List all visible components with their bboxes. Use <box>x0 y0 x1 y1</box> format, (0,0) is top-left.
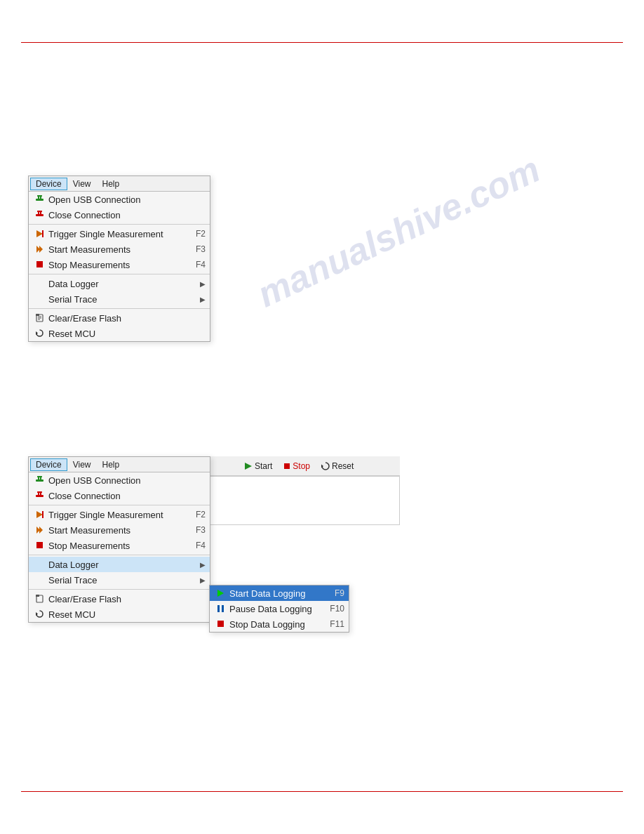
serial-trace-arrow: ▶ <box>200 296 206 303</box>
serial-trace-arrow-2: ▶ <box>200 576 206 584</box>
close-conn-label-2: Close Connection <box>47 491 206 501</box>
menu-item-reset-mcu[interactable]: Reset MCU <box>29 326 210 341</box>
svg-rect-0 <box>36 199 43 201</box>
stop-red-icon-2 <box>32 541 47 550</box>
sep-1 <box>29 224 210 225</box>
trigger-label: Trigger Single Measurement <box>47 229 189 239</box>
close-conn-label: Close Connection <box>47 210 206 220</box>
svg-rect-28 <box>39 476 42 477</box>
svg-rect-24 <box>36 479 43 482</box>
trigger-label-2: Trigger Single Measurement <box>47 510 189 520</box>
svg-rect-33 <box>39 491 42 493</box>
toolbar-reset-label: Reset <box>332 461 354 471</box>
menu-item-close-conn[interactable]: Close Connection <box>29 207 210 223</box>
menu-item-data-logger-2[interactable]: Data Logger ▶ <box>29 557 210 572</box>
sep-2-2 <box>29 555 210 555</box>
menu-item-data-logger[interactable]: Data Logger ▶ <box>29 276 210 291</box>
submenu-start-logging[interactable]: Start Data Logging F9 <box>210 585 349 601</box>
svg-rect-29 <box>36 495 43 497</box>
menu-bar-help-2[interactable]: Help <box>96 458 125 471</box>
sep-2-1 <box>29 505 210 505</box>
menu-item-reset-mcu-2[interactable]: Reset MCU <box>29 607 210 622</box>
svg-rect-5 <box>36 214 43 216</box>
svg-rect-11 <box>42 230 43 237</box>
menu-item-trigger[interactable]: Trigger Single Measurement F2 <box>29 226 210 241</box>
start-shortcut-2: F3 <box>196 525 206 535</box>
reset-mcu-icon-2 <box>32 609 47 619</box>
data-logger-arrow: ▶ <box>200 280 206 288</box>
stop-shortcut-2: F4 <box>196 541 206 550</box>
submenu-stop-logging[interactable]: Stop Data Logging F11 <box>210 616 349 632</box>
reset-mcu-label: Reset MCU <box>47 329 206 339</box>
svg-rect-22 <box>284 463 290 469</box>
svg-rect-14 <box>36 261 43 267</box>
menu-bar-help[interactable]: Help <box>96 178 125 190</box>
bottom-rule <box>21 791 623 792</box>
menu-bar-device[interactable]: Device <box>30 178 67 190</box>
serial-trace-label: Serial Trace <box>47 294 197 305</box>
pause-icon <box>213 604 228 614</box>
svg-rect-38 <box>36 542 43 548</box>
clear-flash-icon <box>32 313 47 323</box>
serial-trace-label-2: Serial Trace <box>47 575 197 585</box>
data-logger-arrow-2: ▶ <box>200 561 206 569</box>
toolbar-stop-btn[interactable]: Stop <box>281 461 313 472</box>
svg-rect-9 <box>39 211 42 212</box>
menu-item-stop-2[interactable]: Stop Measurements F4 <box>29 538 210 553</box>
watermark: manualshive.com <box>251 148 546 316</box>
menu-item-clear-flash-2[interactable]: Clear/Erase Flash <box>29 591 210 607</box>
sep-2 <box>29 274 210 274</box>
menu-panel-1: Device View Help Open USB Connection <box>28 176 210 342</box>
menu-bar-device-2[interactable]: Device <box>30 458 67 471</box>
stop-logging-label: Stop Data Logging <box>228 619 323 630</box>
screenshot-2: Start Stop Reset ad Error) @ 0.000000 se… <box>28 456 400 525</box>
toolbar-start-btn[interactable]: Start <box>241 461 275 472</box>
menu-item-close-conn-2[interactable]: Close Connection <box>29 488 210 503</box>
open-usb-label-2: Open USB Connection <box>47 475 206 486</box>
start-shortcut: F3 <box>196 244 206 254</box>
submenu-pause-logging[interactable]: Pause Data Logging F10 <box>210 601 349 616</box>
menu-bar-view[interactable]: View <box>67 178 97 190</box>
reset-mcu-icon <box>32 329 47 338</box>
reset-mcu-label-2: Reset MCU <box>47 609 206 620</box>
menu-item-stop[interactable]: Stop Measurements F4 <box>29 257 210 272</box>
svg-marker-10 <box>36 230 43 237</box>
pause-logging-shortcut: F10 <box>330 604 344 614</box>
menu-item-clear-flash[interactable]: Clear/Erase Flash <box>29 310 210 326</box>
menu-item-trigger-2[interactable]: Trigger Single Measurement F2 <box>29 507 210 522</box>
toolbar-reset-btn[interactable]: Reset <box>318 461 356 472</box>
menu-item-start-2[interactable]: Start Measurements F3 <box>29 522 210 538</box>
menu-bar-view-2[interactable]: View <box>67 458 97 471</box>
menu-item-serial-trace-2[interactable]: Serial Trace ▶ <box>29 572 210 588</box>
svg-marker-42 <box>217 590 224 597</box>
usb-green-icon <box>32 194 47 204</box>
play-green-icon <box>213 588 228 598</box>
data-logger-label-2: Data Logger <box>47 560 197 570</box>
clear-flash-label: Clear/Erase Flash <box>47 313 206 324</box>
start-icon-2 <box>32 525 47 535</box>
start-logging-label: Start Data Logging <box>228 588 328 599</box>
start-label-2: Start Measurements <box>47 525 189 536</box>
svg-marker-37 <box>39 527 43 534</box>
menu-item-open-usb[interactable]: Open USB Connection <box>29 192 210 207</box>
menu-item-start[interactable]: Start Measurements F3 <box>29 241 210 257</box>
svg-rect-40 <box>36 595 39 597</box>
usb-green-icon-2 <box>32 475 47 485</box>
usb-red-icon-2 <box>32 491 47 501</box>
start-logging-shortcut: F9 <box>335 588 344 598</box>
sep-3 <box>29 308 210 309</box>
pause-logging-label: Pause Data Logging <box>228 604 323 614</box>
menu-bar-1: Device View Help <box>29 176 210 192</box>
menu-item-serial-trace[interactable]: Serial Trace ▶ <box>29 291 210 307</box>
svg-rect-35 <box>42 511 43 518</box>
menu-item-open-usb-2[interactable]: Open USB Connection <box>29 472 210 488</box>
trigger-shortcut-2: F2 <box>196 510 206 519</box>
toolbar-stop-label: Stop <box>293 461 310 471</box>
stop-label: Stop Measurements <box>47 260 189 270</box>
start-label: Start Measurements <box>47 244 189 255</box>
stop-logging-icon <box>213 619 228 629</box>
start-icon <box>32 244 47 254</box>
data-logger-label: Data Logger <box>47 279 197 289</box>
clear-flash-icon-2 <box>32 594 47 604</box>
stop-logging-shortcut: F11 <box>330 619 344 629</box>
